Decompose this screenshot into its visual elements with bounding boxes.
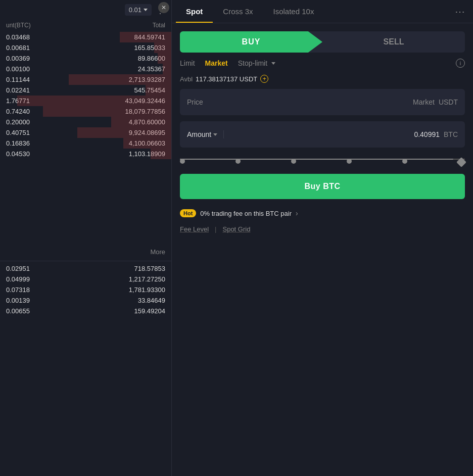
sell-order-row[interactable]: 0.407519,924.08695 [0, 127, 171, 138]
hot-promo-row: Hot 0% trading fee on this BTC pair › [172, 205, 473, 221]
sell-order-row[interactable]: 0.111442,713.93287 [0, 74, 171, 85]
table-header: unt(BTC) Total [0, 20, 171, 32]
amount-input-group[interactable]: Amount 0.40991 BTC [180, 121, 465, 148]
sell-amount: 0.04530 [6, 150, 30, 158]
buy-order-row[interactable]: 0.00655159.49204 [0, 306, 171, 316]
amount-dropdown-group[interactable]: Amount [187, 130, 230, 138]
sell-amount: 0.00369 [6, 55, 30, 62]
buy-order-row[interactable]: 0.073181,781.93300 [0, 284, 171, 295]
buy-order-row[interactable]: 0.049991,217.27250 [0, 274, 171, 284]
buy-amount: 0.04999 [6, 275, 30, 283]
slider-dots [180, 159, 465, 166]
hot-text: 0% trading fee on this BTC pair [200, 210, 292, 217]
buy-total: 1,217.27250 [129, 275, 165, 283]
sell-amount: 0.16836 [6, 139, 30, 147]
sell-order-row[interactable]: 0.168364,100.06603 [0, 138, 171, 149]
amount-slider[interactable] [180, 157, 465, 162]
fee-level-link[interactable]: Fee Level [180, 225, 209, 233]
sell-amount: 0.11144 [6, 76, 30, 83]
sell-order-row[interactable]: 0.02241545.75454 [0, 85, 171, 96]
chevron-down-icon [144, 9, 148, 11]
buy-order-row[interactable]: 0.02951718.57853 [0, 263, 171, 274]
buy-amount: 0.00139 [6, 297, 30, 304]
buy-total: 718.57853 [134, 265, 165, 272]
buy-amount: 0.07318 [6, 286, 30, 294]
avbl-label: Avbl [180, 75, 193, 83]
sell-order-row[interactable]: 0.0010024.35367 [0, 64, 171, 74]
buy-total: 1,781.93300 [129, 286, 165, 294]
more-label: More [150, 248, 165, 256]
decimal-value: 0.01 [129, 6, 141, 14]
buy-order-row[interactable]: 0.0013933.84649 [0, 295, 171, 306]
close-button[interactable]: ✕ [158, 2, 169, 13]
buy-sell-toggle: BUY SELL [180, 31, 465, 53]
sell-total: 1,103.18909 [129, 150, 165, 158]
slider-handle[interactable] [456, 157, 466, 167]
avbl-row: Avbl 117.38137137 USDT + [172, 70, 473, 86]
sell-order-row[interactable]: 0.00681165.85033 [0, 42, 171, 53]
price-input-group[interactable]: Price Market USDT [180, 89, 465, 115]
sell-total: 9,924.08695 [129, 129, 165, 136]
tab-cross-3x[interactable]: Cross 3x [213, 0, 263, 23]
sell-total: 89.86600 [138, 55, 165, 62]
hot-arrow-icon[interactable]: › [296, 209, 298, 217]
price-label: Price [187, 98, 413, 106]
order-type-market[interactable]: Market [205, 59, 228, 67]
slider-track [180, 159, 465, 160]
section-divider [0, 261, 171, 261]
order-type-stop-limit[interactable]: Stop-limit [238, 59, 275, 67]
slider-dot-0[interactable] [180, 159, 185, 164]
tab-spot[interactable]: Spot [176, 0, 213, 23]
sell-total: 844.59741 [134, 33, 165, 41]
avbl-value: 117.38137137 USDT [196, 75, 257, 83]
buy-orders-list: 0.02951718.578530.049991,217.272500.0731… [0, 263, 171, 477]
info-icon[interactable]: i [456, 59, 465, 68]
sell-amount: 0.03468 [6, 33, 30, 41]
sell-order-row[interactable]: 0.7424018,079.77856 [0, 106, 171, 117]
amount-currency: BTC [444, 130, 458, 138]
spot-grid-link[interactable]: Spot Grid [222, 225, 250, 233]
bottom-links: Fee Level | Spot Grid [172, 221, 473, 237]
sell-order-row[interactable]: 0.0036989.86600 [0, 53, 171, 64]
slider-dot-25[interactable] [235, 159, 241, 164]
buy-total: 33.84649 [138, 297, 165, 304]
buy-button[interactable]: BUY [180, 31, 322, 53]
order-type-limit[interactable]: Limit [180, 59, 195, 67]
stop-limit-chevron-icon [271, 62, 275, 65]
sell-amount: 0.02241 [6, 86, 30, 94]
sell-order-row[interactable]: 1.7677143,049.32446 [0, 96, 171, 106]
decimal-selector[interactable]: 0.01 [125, 4, 152, 16]
sell-amount: 0.00100 [6, 65, 30, 73]
price-currency: USDT [439, 98, 458, 106]
amount-col-header: unt(BTC) [6, 22, 31, 29]
sell-total: 4,870.60000 [129, 118, 165, 126]
sell-orders-list: 0.03468844.597410.00681165.850330.003698… [0, 32, 171, 245]
sell-total: 545.75454 [134, 86, 165, 94]
order-type-bar: LimitMarketStop-limiti [172, 53, 473, 70]
sell-total: 18,079.77856 [125, 108, 165, 115]
total-col-header: Total [153, 22, 165, 29]
tabs-bar: SpotCross 3xIsolated 10x⋯ [172, 0, 473, 23]
tab-isolated-10x[interactable]: Isolated 10x [263, 0, 324, 23]
sell-total: 165.85033 [134, 44, 165, 52]
slider-dot-100[interactable] [402, 159, 407, 164]
sell-amount: 1.76771 [6, 97, 30, 105]
sell-order-row[interactable]: 0.200004,870.60000 [0, 117, 171, 127]
amount-dropdown[interactable]: Amount [187, 130, 224, 138]
price-value: Market [413, 98, 435, 106]
sell-amount: 0.00681 [6, 44, 30, 52]
sell-order-row[interactable]: 0.045301,103.18909 [0, 149, 171, 159]
sell-button[interactable]: SELL [322, 31, 465, 53]
slider-dot-50[interactable] [291, 159, 296, 164]
sell-order-row[interactable]: 0.03468844.59741 [0, 32, 171, 42]
sell-total: 2,713.93287 [129, 76, 165, 83]
sell-amount: 0.74240 [6, 108, 30, 115]
tab-more-icon[interactable]: ⋯ [451, 2, 469, 22]
amount-dropdown-label: Amount [187, 130, 211, 138]
left-header: 0.01 ⋮ [0, 0, 171, 20]
buy-btc-button[interactable]: Buy BTC [180, 174, 465, 199]
more-section: More [0, 245, 171, 259]
add-funds-button[interactable]: + [260, 75, 268, 83]
slider-dot-75[interactable] [347, 159, 352, 164]
buy-amount: 0.02951 [6, 265, 30, 272]
